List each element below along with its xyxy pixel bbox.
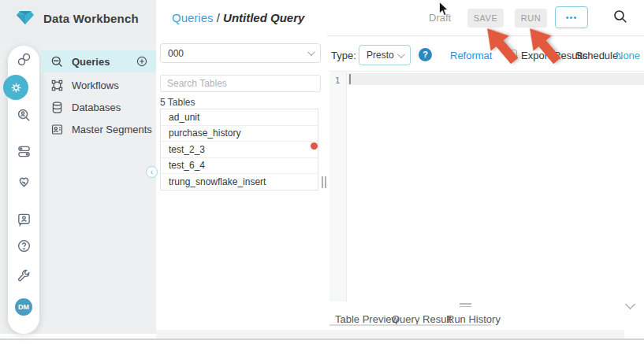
collapse-sidebar-button[interactable]: ‹ [146, 166, 158, 178]
chevron-down-icon [397, 50, 405, 58]
editor-active-line [348, 73, 644, 85]
sidebar-item-label: Workflows [72, 80, 119, 91]
database-select[interactable]: 000 [160, 43, 321, 63]
sidebar-item-label: Queries [72, 56, 110, 68]
connectors-icon[interactable] [8, 144, 39, 159]
table-list: ad_unit purchase_history test_2_3 test_6… [160, 109, 318, 190]
sidebar-item-databases[interactable]: Databases [41, 96, 156, 118]
table-row[interactable]: purchase_history [161, 126, 318, 142]
engine-select-value: Presto [367, 50, 394, 61]
schedule-value-link[interactable]: None [616, 50, 640, 61]
type-label: Type: [331, 50, 356, 61]
schedule-label: Schedule: [575, 50, 621, 61]
editor-resize-handle[interactable] [460, 303, 471, 309]
tab-run-history[interactable]: Run History [447, 313, 501, 325]
user-avatar[interactable]: DM [15, 298, 32, 316]
export-results-checkbox[interactable] [507, 50, 517, 60]
more-options-button[interactable]: ••• [555, 6, 588, 28]
engine-select[interactable]: Presto [359, 45, 411, 65]
table-row[interactable]: test_6_4 [161, 158, 318, 175]
editor-caret [349, 74, 351, 84]
table-name: ad_unit [169, 112, 199, 123]
editor-gutter: 1 [329, 72, 347, 301]
sidebar-item-label: Master Segments [72, 124, 152, 135]
help-icon[interactable] [8, 239, 39, 253]
databases-icon [50, 101, 64, 114]
table-name: test_2_3 [169, 144, 205, 155]
favorites-heart-icon[interactable] [8, 174, 39, 189]
reformat-link[interactable]: Reformat [450, 50, 492, 61]
tabs-underline [329, 324, 491, 326]
save-button[interactable]: SAVE [467, 9, 504, 28]
breadcrumb-separator: / [214, 11, 224, 24]
sidebar-item-label: Databases [72, 102, 121, 113]
master-segments-icon [50, 123, 64, 136]
sidebar-item-master-segments[interactable]: Master Segments [41, 118, 156, 140]
workflows-icon [50, 79, 64, 92]
window-bottom-border [0, 338, 644, 340]
header-divider [327, 35, 644, 36]
queries-icon [50, 55, 64, 68]
add-query-button[interactable] [136, 55, 148, 68]
plus-circle-icon [136, 55, 148, 68]
panel-resize-handle[interactable] [322, 176, 326, 188]
app-title: Data Workbench [43, 12, 139, 25]
data-workbench-icon[interactable] [3, 75, 28, 100]
footer-strip [156, 330, 624, 338]
table-row[interactable]: ad_unit [161, 109, 318, 126]
app-logo-icon[interactable] [17, 11, 34, 24]
table-name: test_6_4 [169, 160, 205, 171]
line-number: 1 [329, 76, 345, 86]
breadcrumb-current: Untitled Query [223, 11, 304, 24]
tables-count-label: 5 Tables [160, 97, 195, 108]
table-search-input[interactable] [160, 75, 321, 92]
engine-help-icon[interactable]: ? [419, 48, 432, 61]
app-window: Data Workbench Queries / Untitled Query … [0, 0, 644, 344]
tab-query-result[interactable]: Query Result [392, 313, 452, 325]
notification-dot [311, 142, 318, 150]
breadcrumb: Queries / Untitled Query [172, 11, 304, 24]
table-name: trung_snowflake_insert [169, 176, 266, 187]
sql-editor[interactable]: 1 [329, 71, 644, 301]
table-row[interactable]: test_2_3 [161, 142, 318, 158]
table-row[interactable]: trung_snowflake_insert [161, 174, 318, 190]
tab-table-preview[interactable]: Table Preview [335, 313, 399, 325]
breadcrumb-section-link[interactable]: Queries [172, 11, 214, 24]
run-button[interactable]: RUN [515, 9, 547, 28]
tools-wrench-icon[interactable] [8, 268, 39, 283]
contact-icon[interactable] [8, 212, 39, 227]
table-name: purchase_history [169, 128, 240, 139]
draft-status: Draft [429, 12, 451, 24]
sidebar-item-workflows[interactable]: Workflows [41, 74, 156, 96]
user-search-icon[interactable] [8, 108, 39, 123]
search-icon[interactable] [613, 9, 627, 24]
editor-collapse-chevron-icon[interactable] [625, 299, 635, 309]
chevron-down-icon [307, 48, 315, 56]
link-icon[interactable] [8, 52, 39, 67]
sidebar-item-queries[interactable]: Queries [41, 50, 156, 72]
database-select-value: 000 [168, 48, 184, 59]
